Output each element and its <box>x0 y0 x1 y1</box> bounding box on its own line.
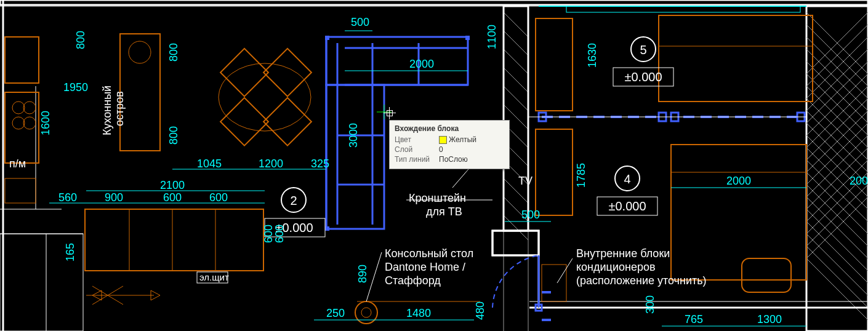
dim-1480: 1480 <box>406 307 431 319</box>
dim-250: 250 <box>326 307 345 319</box>
svg-rect-78 <box>220 98 268 146</box>
pickbox-icon <box>387 110 393 116</box>
dim-765: 765 <box>685 313 703 325</box>
dim-2100: 2100 <box>160 179 185 191</box>
svg-point-69 <box>12 102 25 114</box>
svg-point-72 <box>23 117 36 129</box>
svg-rect-113 <box>465 36 470 40</box>
svg-point-98 <box>355 301 377 324</box>
dim-1630: 1630 <box>586 43 598 68</box>
dim-1300: 1300 <box>757 313 782 325</box>
room-5-elev: ±0.000 <box>624 70 662 84</box>
dim-890: 890 <box>356 265 369 283</box>
dim-800b: 800 <box>167 43 180 62</box>
tooltip-layer-value: 0 <box>439 145 504 154</box>
svg-rect-90 <box>536 18 573 111</box>
svg-rect-91 <box>536 129 573 215</box>
svg-rect-21 <box>492 231 539 255</box>
dim-560: 560 <box>58 191 77 204</box>
ac-line3: (расположение уточнить) <box>576 274 707 287</box>
svg-line-10 <box>504 31 528 55</box>
svg-line-11 <box>504 49 528 74</box>
dim-1200: 1200 <box>259 158 283 170</box>
svg-rect-62 <box>566 6 800 12</box>
dim-900: 900 <box>105 191 123 204</box>
kitchen-island-label-2: остров <box>113 91 126 126</box>
ac-line2: кондиционеров <box>576 261 656 273</box>
dim-600d: 600 <box>273 225 286 243</box>
svg-rect-73 <box>5 178 36 203</box>
room-4-elev: ±0.000 <box>608 199 646 213</box>
svg-rect-0 <box>0 0 868 5</box>
svg-rect-24 <box>806 6 868 331</box>
svg-point-75 <box>129 41 151 63</box>
svg-line-44 <box>806 246 868 308</box>
color-swatch-icon <box>439 136 447 144</box>
tooltip-linetype-label: Тип линий <box>395 155 439 164</box>
svg-line-41 <box>806 209 868 271</box>
dim-500b: 500 <box>521 209 540 221</box>
tooltip-color-label: Цвет <box>395 135 439 144</box>
dim-600b: 600 <box>209 191 228 204</box>
svg-rect-92 <box>542 265 566 301</box>
tv-label: TV <box>518 175 532 187</box>
svg-rect-77 <box>263 49 311 97</box>
dim-200: 200 <box>850 175 868 187</box>
dim-1100: 1100 <box>486 25 498 49</box>
svg-rect-79 <box>263 98 311 146</box>
svg-line-42 <box>806 221 868 283</box>
svg-rect-93 <box>659 15 813 102</box>
svg-line-128 <box>557 258 573 283</box>
kitchen-island-label-1: Кухонный <box>101 86 113 135</box>
console-line1: Консольный стол <box>385 247 473 260</box>
svg-line-9 <box>504 12 528 37</box>
dim-300: 300 <box>644 295 656 314</box>
dim-325: 325 <box>311 158 329 170</box>
dim-800a: 800 <box>74 31 87 49</box>
svg-line-43 <box>806 234 868 295</box>
svg-rect-95 <box>671 145 806 280</box>
dim-500: 500 <box>351 16 369 28</box>
dim-1045: 1045 <box>197 158 222 170</box>
tv-bracket-line2: для ТВ <box>426 205 462 218</box>
dim-2000b: 2000 <box>726 175 751 187</box>
panel-label: эл.щит <box>199 272 229 282</box>
tooltip-layer-label: Слой <box>395 145 439 154</box>
svg-line-12 <box>504 68 528 92</box>
svg-rect-97 <box>742 258 791 292</box>
svg-point-99 <box>361 308 371 317</box>
svg-point-70 <box>23 102 36 114</box>
svg-rect-81 <box>85 209 263 271</box>
console-line3: Стаффорд <box>385 274 441 287</box>
console-line2: Dantone Home / <box>385 261 465 273</box>
hover-tooltip: Вхождение блока ЦветЖелтый Слой0 Тип лин… <box>389 120 510 169</box>
room-4-num: 4 <box>624 172 630 186</box>
dim-600c: 600 <box>262 225 275 243</box>
dim-1950: 1950 <box>63 81 88 94</box>
room-2-num: 2 <box>290 194 297 207</box>
dim-3000: 3000 <box>347 123 360 148</box>
dim-1785: 1785 <box>575 163 587 188</box>
tooltip-title: Вхождение блока <box>395 124 504 133</box>
svg-rect-102 <box>326 85 384 229</box>
dim-165: 165 <box>64 243 76 261</box>
svg-line-13 <box>504 86 528 111</box>
ac-line1: Внутренние блоки <box>576 247 670 260</box>
dim-600a: 600 <box>163 191 182 204</box>
dim-480: 480 <box>474 301 486 320</box>
svg-point-71 <box>12 117 25 129</box>
svg-rect-23 <box>492 231 539 255</box>
svg-rect-67 <box>5 37 39 83</box>
tooltip-linetype-value: ПоСлою <box>439 155 504 164</box>
svg-line-45 <box>806 258 868 320</box>
svg-rect-22 <box>504 6 528 231</box>
dim-1600: 1600 <box>39 111 52 135</box>
tooltip-color-value: Желтый <box>449 135 476 144</box>
dim-2000: 2000 <box>409 58 434 70</box>
tv-bracket-line1: Кронштейн <box>409 192 466 204</box>
pm-label: п/м <box>9 158 26 170</box>
dim-800c: 800 <box>167 126 180 145</box>
svg-rect-76 <box>220 49 268 97</box>
svg-rect-112 <box>325 36 329 40</box>
svg-rect-74 <box>120 34 160 151</box>
